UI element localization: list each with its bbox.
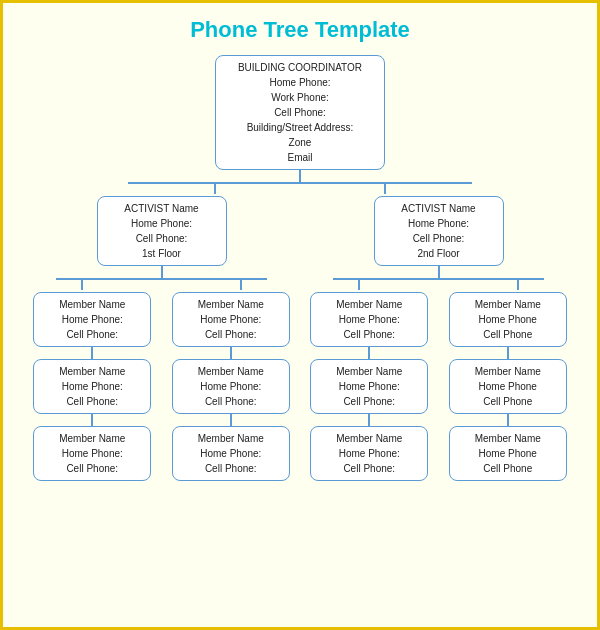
root-node: BUILDING COORDINATOR Home Phone: Work Ph… [215, 55, 385, 170]
activist-branch-left: ACTIVIST Name Home Phone: Cell Phone: 1s… [23, 184, 300, 481]
root-line3: Work Phone: [271, 92, 329, 103]
activist-row: ACTIVIST Name Home Phone: Cell Phone: 1s… [13, 184, 587, 481]
root-line4: Cell Phone: [274, 107, 326, 118]
root-line1: BUILDING COORDINATOR [238, 62, 362, 73]
member-4-2: Member Name Home Phone Cell Phone [449, 359, 567, 414]
member-col-3: Member Name Home Phone: Cell Phone: Memb… [300, 280, 439, 481]
member-3-3: Member Name Home Phone: Cell Phone: [310, 426, 428, 481]
member-3-2: Member Name Home Phone: Cell Phone: [310, 359, 428, 414]
member-col-4: Member Name Home Phone Cell Phone Member… [439, 280, 578, 481]
root-line5: Building/Street Address: [247, 122, 354, 133]
activist-node-right: ACTIVIST Name Home Phone: Cell Phone: 2n… [374, 196, 504, 266]
member-2-3: Member Name Home Phone: Cell Phone: [172, 426, 290, 481]
member-col-2: Member Name Home Phone: Cell Phone: Memb… [162, 280, 301, 481]
member-1-2: Member Name Home Phone: Cell Phone: [33, 359, 151, 414]
member-2-1: Member Name Home Phone: Cell Phone: [172, 292, 290, 347]
member-col-1: Member Name Home Phone: Cell Phone: Memb… [23, 280, 162, 481]
root-line2: Home Phone: [269, 77, 330, 88]
root-line7: Email [287, 152, 312, 163]
member-1-3: Member Name Home Phone: Cell Phone: [33, 426, 151, 481]
member-2-2: Member Name Home Phone: Cell Phone: [172, 359, 290, 414]
member-4-1: Member Name Home Phone Cell Phone [449, 292, 567, 347]
member-3-1: Member Name Home Phone: Cell Phone: [310, 292, 428, 347]
activist-branch-right: ACTIVIST Name Home Phone: Cell Phone: 2n… [300, 184, 577, 481]
org-chart: BUILDING COORDINATOR Home Phone: Work Ph… [13, 55, 587, 481]
activist-node-left: ACTIVIST Name Home Phone: Cell Phone: 1s… [97, 196, 227, 266]
page-title: Phone Tree Template [13, 17, 587, 43]
member-4-3: Member Name Home Phone Cell Phone [449, 426, 567, 481]
member-1-1: Member Name Home Phone: Cell Phone: [33, 292, 151, 347]
root-line6: Zone [289, 137, 312, 148]
